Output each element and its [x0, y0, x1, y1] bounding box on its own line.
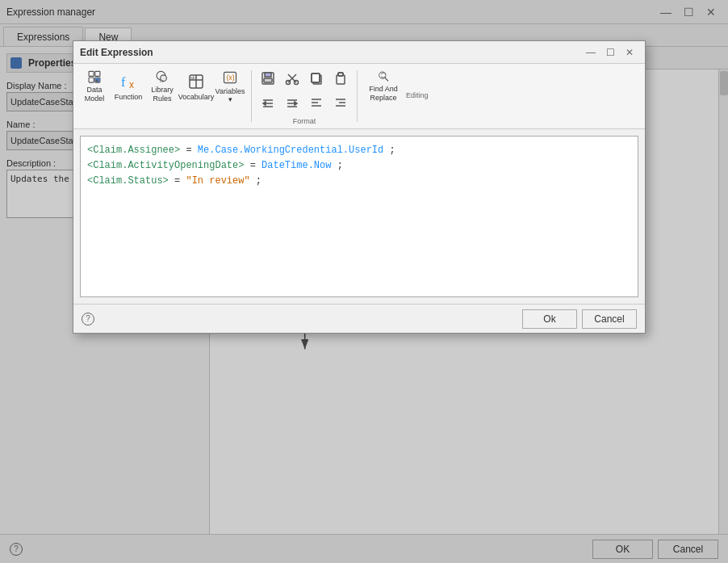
- find-replace-label: Find AndReplace: [369, 85, 398, 103]
- format-group: Format: [257, 67, 352, 125]
- modal-overlay: Edit Expression — ☐ ✕ + DataModel: [0, 0, 728, 563]
- save-button[interactable]: [257, 67, 279, 90]
- code-line-1: <Claim.Assignee> = Me.Case.WorkingCreden…: [87, 143, 631, 158]
- svg-text:f: f: [121, 75, 126, 89]
- svg-rect-13: [95, 71, 100, 76]
- svg-text:ab: ab: [190, 75, 195, 80]
- indent-right-button[interactable]: [281, 91, 303, 114]
- dialog-controls: — ☐ ✕: [582, 45, 638, 60]
- find-replace-button[interactable]: Find AndReplace: [362, 67, 404, 106]
- editing-group-label: Editing: [406, 91, 429, 99]
- svg-rect-31: [264, 78, 272, 82]
- edit-expression-dialog: Edit Expression — ☐ ✕ + DataModel: [73, 40, 646, 334]
- dialog-footer: ? Ok Cancel: [73, 304, 645, 333]
- vocabulary-button[interactable]: ab Vocabulary: [180, 67, 212, 106]
- library-rules-button[interactable]: fx LibraryRules: [146, 67, 178, 106]
- svg-text:fx: fx: [160, 78, 164, 83]
- function-button[interactable]: f x Function: [112, 67, 144, 106]
- dialog-help-icon[interactable]: ?: [82, 313, 94, 326]
- toolbar-separator-1: [251, 70, 252, 122]
- svg-rect-14: [89, 78, 94, 82]
- dialog-close-button[interactable]: ✕: [621, 45, 638, 60]
- dialog-ok-button[interactable]: Ok: [522, 309, 577, 329]
- vocabulary-label: Vocabulary: [178, 93, 215, 101]
- code-line-2: <Claim.ActivityOpeningDate> = DateTime.N…: [87, 158, 631, 174]
- svg-marker-45: [263, 102, 266, 105]
- function-label: Function: [115, 93, 143, 101]
- indent-left-button[interactable]: [257, 91, 279, 114]
- dialog-title-bar: Edit Expression — ☐ ✕: [73, 41, 645, 64]
- dialog-cancel-button[interactable]: Cancel: [582, 309, 637, 329]
- variables-button[interactable]: (x) Variables ▾: [214, 67, 246, 106]
- format-tools-grid: [257, 67, 352, 114]
- variables-label: Variables ▾: [215, 87, 245, 103]
- toolbar-separator-2: [357, 70, 358, 122]
- svg-rect-30: [265, 73, 271, 77]
- data-model-label: DataModel: [85, 86, 105, 103]
- svg-text:x: x: [129, 79, 134, 90]
- data-model-button[interactable]: + DataModel: [78, 67, 111, 106]
- svg-text:(x): (x): [227, 74, 235, 82]
- copy-button[interactable]: [305, 67, 328, 90]
- code-editor[interactable]: <Claim.Assignee> = Me.Case.WorkingCreden…: [80, 136, 638, 297]
- align-right-button[interactable]: [329, 91, 352, 114]
- library-rules-label: LibraryRules: [151, 86, 174, 103]
- svg-rect-37: [312, 74, 320, 82]
- code-line-3: <Claim.Status> = "In review" ;: [87, 174, 631, 189]
- svg-line-57: [385, 78, 388, 81]
- svg-rect-12: [89, 71, 94, 76]
- paste-button[interactable]: [329, 67, 352, 90]
- dialog-minimize-button[interactable]: —: [582, 45, 600, 60]
- dialog-toolbar: + DataModel f x Function fx Library: [73, 64, 645, 129]
- cut-button[interactable]: [281, 67, 303, 90]
- dialog-maximize-button[interactable]: ☐: [601, 45, 619, 60]
- svg-marker-49: [295, 102, 297, 105]
- format-group-label: Format: [293, 117, 316, 125]
- align-left-button[interactable]: [305, 91, 328, 114]
- dialog-title: Edit Expression: [80, 47, 582, 58]
